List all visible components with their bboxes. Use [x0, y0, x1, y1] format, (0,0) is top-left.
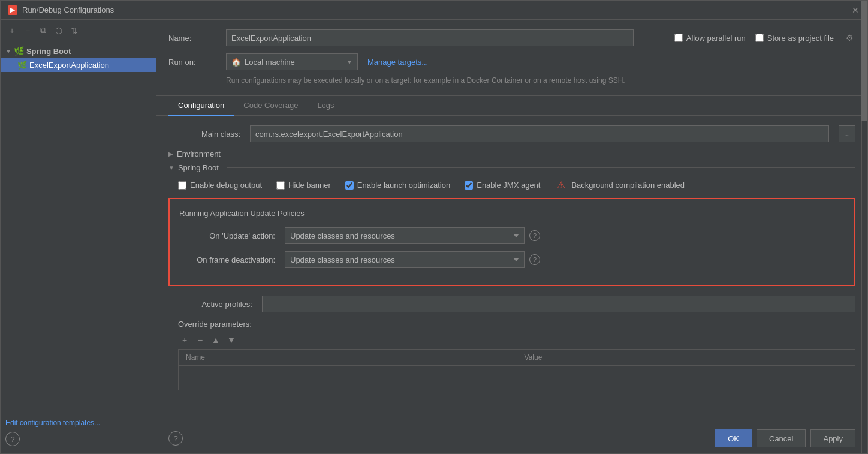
title-bar-left: ▶ Run/Debug Configurations — [8, 5, 114, 15]
policies-box: Running Application Update Policies On '… — [168, 198, 855, 286]
run-on-arrow: ▼ — [346, 59, 352, 65]
store-gear-button[interactable]: ⚙ — [843, 32, 855, 44]
dialog-body: + − ⧉ ⬡ ⇅ ▼ 🌿 — [1, 20, 867, 453]
run-on-value: Local machine — [245, 58, 295, 67]
sidebar-item-excel-export[interactable]: 🌿 ExcelExportApplication — [1, 58, 156, 72]
close-button[interactable]: ✕ — [851, 5, 860, 15]
allow-parallel-checkbox[interactable] — [674, 34, 683, 42]
sidebar-help-button[interactable]: ? — [5, 432, 20, 446]
edit-templates-link[interactable]: Edit configuration templates... — [5, 419, 100, 427]
title-bar: ▶ Run/Debug Configurations ✕ — [1, 1, 867, 20]
table-header-name: Name — [179, 350, 517, 365]
manage-targets-link[interactable]: Manage targets... — [367, 58, 428, 67]
dialog-title: Run/Debug Configurations — [22, 5, 114, 14]
run-debug-dialog: ▶ Run/Debug Configurations ✕ + − ⧉ ⬡ — [0, 0, 868, 454]
on-frame-help-icon[interactable]: ? — [529, 254, 540, 265]
tabs: Configuration Code Coverage Logs — [156, 96, 867, 116]
environment-arrow-icon: ▶ — [168, 151, 173, 157]
hide-banner-checkbox[interactable] — [276, 181, 285, 190]
on-frame-row: On frame deactivation: Update classes an… — [179, 251, 845, 268]
tab-configuration[interactable]: Configuration — [168, 96, 234, 116]
override-toolbar: + − ▲ ▼ — [168, 333, 855, 347]
remove-param-button[interactable]: − — [194, 333, 207, 347]
enable-debug-option[interactable]: Enable debug output — [178, 181, 262, 190]
footer-help-button[interactable]: ? — [168, 431, 183, 446]
sidebar: + − ⧉ ⬡ ⇅ ▼ 🌿 — [1, 20, 156, 453]
run-on-select-wrapper: 🏠 Local machine ▼ — [226, 53, 358, 70]
enable-launch-label: Enable launch optimization — [357, 181, 450, 190]
spring-options-row: Enable debug output Hide banner Enable l… — [168, 177, 855, 198]
enable-launch-checkbox[interactable] — [345, 181, 354, 190]
environment-label: Environment — [177, 149, 221, 158]
hide-banner-option[interactable]: Hide banner — [276, 181, 331, 190]
remove-config-button[interactable]: − — [21, 24, 34, 37]
add-config-button[interactable]: + — [5, 24, 19, 37]
enable-debug-label: Enable debug output — [190, 181, 262, 190]
enable-launch-option[interactable]: Enable launch optimization — [345, 181, 450, 190]
spring-boot-icon: 🌿 — [14, 46, 24, 56]
enable-debug-checkbox[interactable] — [178, 181, 186, 190]
on-frame-select-container: Update classes and resources Hot swap cl… — [285, 251, 540, 268]
run-on-label: Run on: — [168, 58, 216, 67]
sidebar-item-label: ExcelExportApplication — [29, 61, 109, 70]
enable-jmx-label: Enable JMX agent — [477, 181, 540, 190]
on-update-select-container: Update classes and resources Hot swap cl… — [285, 227, 540, 244]
sort-config-button[interactable]: ⇅ — [68, 24, 81, 37]
environment-section-header[interactable]: ▶ Environment — [168, 149, 855, 158]
tree-group-label: Spring Boot — [26, 47, 71, 56]
store-as-project-label[interactable]: Store as project file — [755, 34, 834, 43]
spring-boot-section-header[interactable]: ▼ Spring Boot — [168, 163, 855, 172]
enable-jmx-checkbox[interactable] — [465, 181, 473, 190]
active-profiles-row: Active profiles: — [168, 296, 855, 312]
override-params-label: Override parameters: — [168, 320, 855, 329]
on-update-row: On 'Update' action: Update classes and r… — [179, 227, 845, 244]
table-header: Name Value — [179, 350, 855, 366]
active-profiles-label: Active profiles: — [168, 300, 252, 309]
params-table: Name Value — [178, 349, 855, 390]
dialog-footer: ? OK Cancel Apply — [156, 423, 867, 453]
scrollbar-track — [861, 20, 867, 453]
spring-boot-arrow-icon: ▼ — [168, 164, 174, 171]
allow-parallel-label[interactable]: Allow parallel run — [674, 34, 746, 43]
tab-logs[interactable]: Logs — [308, 96, 343, 116]
on-frame-select[interactable]: Update classes and resources Hot swap cl… — [285, 251, 525, 268]
main-header: Name: Allow parallel run Store as projec… — [156, 20, 867, 96]
header-right: Allow parallel run Store as project file… — [674, 32, 855, 44]
dialog-icon: ▶ — [8, 5, 17, 15]
move-config-button[interactable]: ⬡ — [52, 24, 65, 37]
move-up-param-button[interactable]: ▲ — [209, 333, 222, 347]
enable-jmx-option[interactable]: Enable JMX agent — [465, 181, 540, 190]
warning-icon: ⚠ — [557, 179, 565, 191]
add-param-button[interactable]: + — [178, 333, 191, 347]
on-update-select[interactable]: Update classes and resources Hot swap cl… — [285, 227, 525, 244]
ok-button[interactable]: OK — [715, 429, 752, 447]
footer-buttons: OK Cancel Apply — [715, 429, 855, 447]
store-as-project-checkbox[interactable] — [755, 34, 764, 42]
on-update-help-icon[interactable]: ? — [529, 230, 540, 241]
background-compilation-item: ⚠ Background compilation enabled — [554, 179, 685, 191]
spring-boot-label: Spring Boot — [178, 163, 219, 172]
copy-config-button[interactable]: ⧉ — [37, 24, 50, 37]
on-update-label: On 'Update' action: — [179, 231, 275, 240]
policies-title: Running Application Update Policies — [179, 209, 845, 218]
main-class-input[interactable] — [250, 125, 829, 142]
cancel-button[interactable]: Cancel — [757, 429, 806, 447]
apply-button[interactable]: Apply — [810, 429, 855, 447]
collapse-icon: ▼ — [5, 48, 11, 55]
on-frame-label: On frame deactivation: — [179, 255, 275, 264]
tree-group-spring-boot: ▼ 🌿 Spring Boot 🌿 ExcelExportApplication — [1, 44, 156, 72]
name-label: Name: — [168, 34, 216, 43]
browse-button[interactable]: ... — [839, 125, 855, 142]
tree-group-header-spring-boot[interactable]: ▼ 🌿 Spring Boot — [1, 44, 156, 58]
run-on-description: Run configurations may be executed local… — [168, 75, 855, 91]
move-down-param-button[interactable]: ▼ — [225, 333, 238, 347]
run-on-select[interactable]: 🏠 Local machine ▼ — [226, 53, 358, 70]
name-row: Name: Allow parallel run Store as projec… — [168, 29, 855, 46]
tab-code-coverage[interactable]: Code Coverage — [234, 96, 308, 116]
spring-boot-section: ▼ Spring Boot Enable debug output Hide b… — [168, 163, 855, 286]
hide-banner-label: Hide banner — [288, 181, 331, 190]
scrollbar-thumb[interactable] — [861, 20, 867, 121]
store-as-project-text: Store as project file — [767, 34, 834, 43]
name-input[interactable] — [226, 29, 634, 46]
active-profiles-input[interactable] — [262, 296, 855, 312]
